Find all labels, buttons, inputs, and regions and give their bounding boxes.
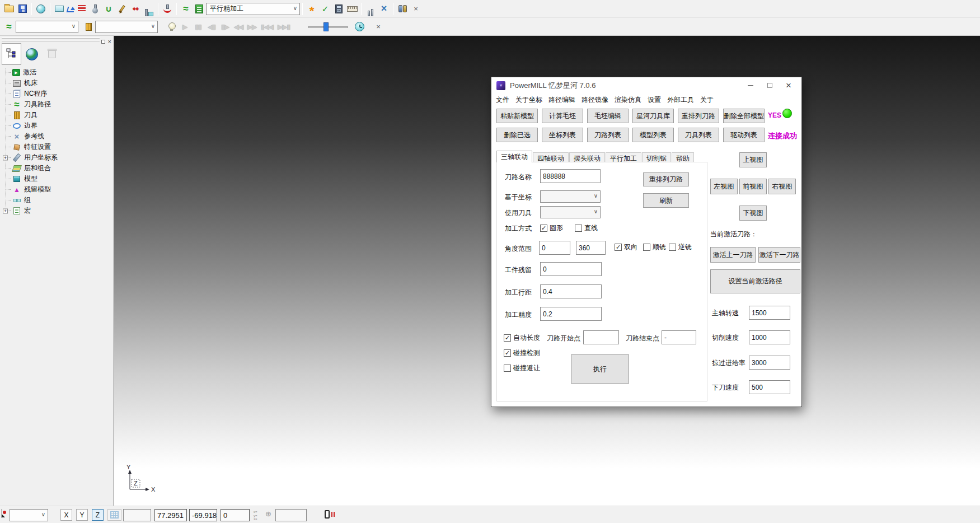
coordinate-z-field[interactable]: 0	[221, 509, 250, 521]
tree-item-activate[interactable]: 激活	[0, 67, 113, 78]
statusbar-combo[interactable]	[10, 509, 48, 521]
dialog-titlebar[interactable]: PowerMILL 忆梦星河 7.0.6	[491, 77, 801, 94]
tree-item-group[interactable]: 组	[0, 195, 113, 206]
stepover-input[interactable]	[540, 284, 602, 298]
speed-slider[interactable]	[308, 22, 348, 32]
calc-block-button[interactable]: 计算毛坯	[542, 109, 583, 123]
close-panel-icon[interactable]	[108, 38, 111, 45]
tool-pair-icon[interactable]	[364, 2, 377, 16]
expand-icon[interactable]	[3, 155, 8, 160]
axis-z-button[interactable]: Z	[92, 509, 104, 521]
angle-from-input[interactable]	[539, 241, 570, 255]
ball-tool-icon[interactable]	[88, 2, 102, 16]
go-start-icon[interactable]	[259, 20, 275, 34]
use-tool-combo[interactable]	[540, 206, 601, 218]
menu-settings[interactable]: 设置	[648, 95, 661, 105]
tool-select-combo[interactable]	[95, 21, 158, 33]
block-edit-button[interactable]: 毛坯编辑	[587, 109, 629, 123]
draw-path-icon[interactable]	[66, 5, 75, 13]
start-point-input[interactable]	[583, 330, 619, 344]
tool-list-button[interactable]: 刀具列表	[678, 128, 719, 142]
xyz-list-icon[interactable]: x= y= z=	[254, 510, 257, 521]
tab-help[interactable]: 帮助	[672, 152, 694, 162]
paste-new-model-button[interactable]: 粘贴新模型	[496, 109, 538, 123]
tab-recycle[interactable]	[42, 43, 62, 65]
menu-render-sim[interactable]: 渲染仿真	[615, 95, 641, 105]
tab-4axis[interactable]: 四轴联动	[533, 152, 569, 162]
delete-selected-button[interactable]: 删除已选	[496, 128, 538, 142]
block-icon[interactable]	[53, 2, 66, 16]
tab-parallel[interactable]: 平行加工	[606, 152, 641, 162]
plunge-speed-input[interactable]	[749, 380, 790, 394]
refresh-button[interactable]: 刷新	[643, 193, 689, 208]
circle-checkbox[interactable]	[540, 225, 547, 232]
statusbar-empty-field-2[interactable]	[275, 509, 307, 521]
toolpath-wave-icon[interactable]	[179, 2, 193, 16]
menu-path-edit[interactable]: 路径编辑	[548, 95, 575, 105]
tree-item-machine[interactable]: 机床	[0, 78, 113, 88]
menu-coords[interactable]: 关于坐标	[515, 95, 542, 105]
view-bottom-button[interactable]: 下视图	[739, 206, 767, 221]
tree-item-feature-set[interactable]: 特征设置	[0, 142, 113, 152]
tolerance-input[interactable]	[540, 307, 602, 321]
coordinate-y-field[interactable]: -69.918	[189, 509, 217, 521]
tab-swivel[interactable]: 摆头联动	[569, 152, 605, 162]
active-toolpath-list-icon[interactable]	[193, 2, 206, 16]
statusbar-empty-field[interactable]	[123, 509, 151, 521]
boundary-u-icon[interactable]	[102, 2, 115, 16]
view-front-button[interactable]: 前视图	[739, 179, 767, 194]
based-coord-combo[interactable]	[540, 190, 601, 203]
tree-item-levels[interactable]: 层和组合	[0, 163, 113, 174]
collision-avoid-checkbox[interactable]	[504, 365, 511, 372]
toolpath-combo[interactable]: 平行精加工	[206, 3, 300, 15]
binoculars-icon[interactable]	[396, 2, 409, 16]
lightbulb-icon[interactable]	[165, 20, 178, 34]
rearrange-button[interactable]: 重排列刀路	[643, 172, 689, 186]
slider-handle[interactable]	[323, 22, 329, 31]
skim-feed-input[interactable]	[749, 356, 790, 370]
climb-checkbox[interactable]	[643, 244, 650, 251]
close-toolbar-icon[interactable]	[372, 20, 385, 34]
axis-y-button[interactable]: Y	[76, 509, 88, 521]
conventional-checkbox[interactable]	[669, 244, 676, 251]
save-icon[interactable]	[16, 2, 29, 16]
auto-length-checkbox[interactable]	[504, 334, 511, 342]
rearrange-toolpath-button[interactable]: 重排列刀路	[678, 109, 719, 123]
tab-explorer[interactable]	[2, 43, 21, 65]
set-active-path-button[interactable]: 设置当前激活路径	[710, 269, 800, 293]
tree-item-toolpath[interactable]: 刀具路径	[0, 99, 113, 110]
stock-input[interactable]	[540, 262, 602, 276]
collision-check-checkbox[interactable]	[504, 349, 511, 357]
bidirectional-checkbox[interactable]	[615, 244, 622, 251]
cutting-speed-input[interactable]	[749, 330, 790, 344]
tree-item-pattern[interactable]: 参考线	[0, 131, 113, 142]
pencil-curve-icon[interactable]	[115, 2, 129, 16]
tree-item-boundary[interactable]: 边界	[0, 120, 113, 131]
tool-library-button[interactable]: 星河刀具库	[632, 109, 674, 123]
cut-icon[interactable]	[377, 2, 391, 16]
model-list-button[interactable]: 模型列表	[632, 128, 674, 142]
rewind-icon[interactable]	[232, 20, 245, 34]
tree-item-stock-model[interactable]: 残留模型	[0, 184, 113, 195]
tree-item-tool[interactable]: 刀具	[0, 110, 113, 120]
nc-lines-icon[interactable]	[75, 2, 88, 16]
tree-item-workplane[interactable]: 用户坐标系	[0, 152, 113, 163]
menu-external-tools[interactable]: 外部工具	[667, 95, 694, 105]
toolpath-list-button[interactable]: 刀路列表	[587, 128, 629, 142]
tree-item-nc-program[interactable]: NC程序	[0, 88, 113, 99]
line-checkbox[interactable]	[575, 225, 582, 232]
clock-icon[interactable]	[353, 20, 366, 34]
drive-list-button[interactable]: 驱动列表	[723, 128, 765, 142]
step-back-icon[interactable]	[205, 20, 218, 34]
tab-display[interactable]	[22, 43, 41, 65]
axis-x-button[interactable]: X	[60, 509, 72, 521]
view-top-button[interactable]: 上视图	[739, 152, 767, 167]
menu-about[interactable]: 关于	[700, 95, 714, 105]
toolpath-name-input[interactable]	[540, 169, 601, 183]
step-forward-icon[interactable]	[218, 20, 232, 34]
shaded-ball-icon[interactable]	[34, 2, 48, 16]
angle-to-input[interactable]	[576, 241, 606, 255]
position-anchor-icon[interactable]	[265, 510, 271, 518]
coordinate-x-field[interactable]: 77.2951	[154, 509, 187, 521]
tab-3axis[interactable]: 三轴联动	[496, 151, 532, 162]
